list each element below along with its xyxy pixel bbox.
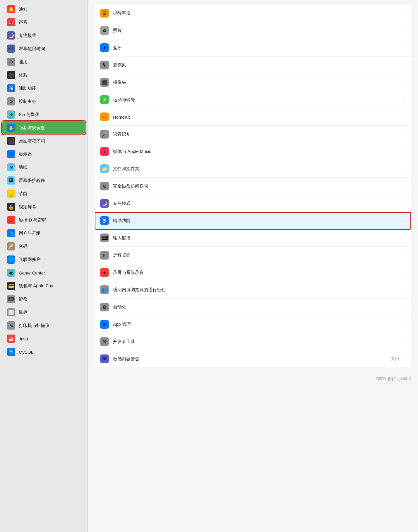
row-label-app-management: App 管理 [113, 322, 400, 327]
row-label-passkeys: 访问网页浏览器的通行密钥 [113, 287, 400, 293]
focus-mode-icon: 🌙 [100, 199, 109, 208]
settings-row-sensitive-content[interactable]: 👁敏感内容警告关闭› [95, 350, 411, 367]
automation-icon: ⚙ [100, 303, 109, 311]
chevron-icon-files: › [404, 166, 406, 171]
internet-icon: 🌐 [7, 255, 15, 264]
lock-icon: 🔒 [7, 203, 15, 211]
settings-row-reminders[interactable]: ☰提醒事项› [95, 5, 411, 22]
settings-row-photos[interactable]: ✿照片› [95, 22, 411, 39]
keyboard-icon: ⌨ [7, 295, 15, 303]
sidebar-item-wallpaper[interactable]: ❄墙纸 [2, 161, 85, 174]
sidebar-item-notifications[interactable]: 🔔通知 [2, 3, 85, 16]
sidebar-label-internet: 互联网账户 [19, 257, 41, 262]
passkeys-icon: 👥 [100, 285, 109, 294]
settings-row-speech-recognition[interactable]: 🎤语音识别› [95, 126, 411, 143]
settings-row-remote-desktop[interactable]: ⊡远程桌面› [95, 247, 411, 264]
mysql-icon: 🐬 [7, 348, 15, 356]
sidebar-item-sound[interactable]: 🔊声音 [2, 16, 85, 29]
sidebar-label-wallet: 钱包与 Apple Pay [19, 283, 53, 289]
sidebar-item-display[interactable]: ☀显示器 [2, 148, 85, 161]
chevron-icon-sensitive-content: › [404, 357, 406, 361]
settings-row-input-monitoring[interactable]: ⌨输入监控› [95, 229, 411, 247]
wallpaper-icon: ❄ [7, 163, 15, 171]
chevron-icon-automation: › [404, 305, 406, 309]
row-label-microphone: 麦克风 [113, 62, 400, 68]
settings-row-media-music[interactable]: ♪媒体与 Apple Music› [95, 143, 411, 160]
settings-row-developer-tools[interactable]: ⚒开发者工具› [95, 333, 411, 350]
row-label-automation: 自动化 [113, 304, 400, 310]
settings-row-files[interactable]: 📁文件和文件夹› [95, 160, 411, 178]
chevron-icon-fitness: › [404, 97, 406, 102]
mouse-icon: ⬜ [7, 308, 15, 316]
sidebar: 🔔通知🔊声音🌙专注模式⏱屏幕使用时间⚙通用⚫外观♿辅助功能⚙控制中心✦Siri … [0, 0, 88, 532]
sidebar-item-touch-id[interactable]: ☉触控ID 与密码 [2, 214, 85, 226]
sidebar-item-desktop[interactable]: ⬛桌面与程序坞 [2, 134, 85, 147]
sidebar-item-accessibility[interactable]: ♿辅助功能 [2, 82, 85, 95]
sidebar-item-general[interactable]: ⚙通用 [2, 55, 85, 68]
chevron-icon-remote-desktop: › [404, 253, 406, 258]
settings-row-app-management[interactable]: ⊞App 管理› [95, 316, 411, 333]
media-music-icon: ♪ [100, 147, 109, 156]
sidebar-item-appearance[interactable]: ⚫外观 [2, 69, 85, 81]
settings-row-fitness[interactable]: ⚡运动与健身› [95, 91, 411, 108]
settings-row-full-disk[interactable]: ⊙完全磁盘访问权限› [95, 178, 411, 195]
sidebar-item-siri[interactable]: ✦Siri 与聚焦 [2, 108, 85, 121]
row-label-sensitive-content: 敏感内容警告 [113, 356, 387, 362]
settings-row-automation[interactable]: ⚙自动化› [95, 299, 411, 316]
screensaver-icon: 🖼 [7, 176, 15, 185]
sidebar-item-game-center[interactable]: ◉Game Center [2, 266, 85, 279]
sidebar-item-control-center[interactable]: ⚙控制中心 [2, 95, 85, 108]
sidebar-item-users[interactable]: 👥用户与群组 [2, 227, 85, 240]
sound-icon: 🔊 [7, 18, 15, 26]
sidebar-item-passwords[interactable]: 🔑密码 [2, 240, 85, 253]
row-label-camera: 摄像头 [113, 80, 400, 85]
sidebar-item-screen-time[interactable]: ⏱屏幕使用时间 [2, 42, 85, 55]
sidebar-item-printer[interactable]: 🖨打印机与扫描仪 [2, 319, 85, 332]
chevron-icon-homekit: › [404, 115, 406, 119]
display-icon: ☀ [7, 150, 15, 158]
game-center-icon: ◉ [7, 269, 15, 277]
sidebar-item-internet[interactable]: 🌐互联网账户 [2, 253, 85, 266]
photos-icon: ✿ [100, 26, 109, 35]
row-label-input-monitoring: 输入监控 [113, 235, 400, 241]
chevron-icon-speech-recognition: › [404, 132, 406, 137]
chevron-icon-input-monitoring: › [404, 236, 406, 240]
developer-tools-icon: ⚒ [100, 337, 109, 346]
focus-icon: 🌙 [7, 31, 15, 40]
sidebar-item-screensaver[interactable]: 🖼屏幕保护程序 [2, 174, 85, 187]
settings-row-focus-mode[interactable]: 🌙专注模式› [95, 195, 411, 212]
sidebar-item-lock[interactable]: 🔒锁定屏幕 [2, 200, 85, 213]
chevron-icon-screen-recording: › [404, 270, 406, 275]
row-label-media-music: 媒体与 Apple Music [113, 149, 400, 154]
settings-row-screen-recording[interactable]: ●录屏与系统录音› [95, 264, 411, 281]
settings-row-microphone[interactable]: 🎙麦克风› [95, 57, 411, 74]
sidebar-item-privacy[interactable]: ✋隐私与安全性 [2, 121, 85, 134]
row-label-remote-desktop: 远程桌面 [113, 253, 400, 258]
chevron-icon-media-music: › [404, 149, 406, 154]
settings-row-bluetooth[interactable]: ✦蓝牙› [95, 39, 411, 57]
chevron-icon-accessibility-row: › [404, 218, 406, 223]
settings-list: ☰提醒事项›✿照片›✦蓝牙›🎙麦克风›⬛摄像头›⚡运动与健身›⌂HomeKit›… [88, 0, 418, 374]
sidebar-item-focus[interactable]: 🌙专注模式 [2, 29, 85, 42]
row-label-focus-mode: 专注模式 [113, 201, 400, 206]
row-label-photos: 照片 [113, 28, 400, 33]
reminders-icon: ☰ [100, 9, 109, 18]
fitness-icon: ⚡ [100, 95, 109, 104]
sensitive-content-icon: 👁 [100, 354, 109, 363]
screen-time-icon: ⏱ [7, 45, 15, 53]
sidebar-item-keyboard[interactable]: ⌨键盘 [2, 293, 85, 306]
sidebar-item-mysql[interactable]: 🐬MySQL [2, 345, 85, 358]
sidebar-item-java[interactable]: ☕Java [2, 332, 85, 345]
settings-row-accessibility-row[interactable]: ♿辅助功能› [95, 212, 411, 229]
camera-icon: ⬛ [100, 78, 109, 87]
row-label-speech-recognition: 语音识别 [113, 132, 400, 137]
sidebar-item-mouse[interactable]: ⬜鼠标 [2, 306, 85, 319]
settings-row-homekit[interactable]: ⌂HomeKit› [95, 108, 411, 126]
sidebar-label-users: 用户与群组 [19, 231, 41, 236]
sidebar-label-control-center: 控制中心 [19, 99, 36, 104]
settings-row-camera[interactable]: ⬛摄像头› [95, 74, 411, 91]
sidebar-label-focus: 专注模式 [19, 33, 36, 38]
sidebar-item-battery[interactable]: 💡节能 [2, 187, 85, 200]
settings-row-passkeys[interactable]: 👥访问网页浏览器的通行密钥› [95, 281, 411, 299]
sidebar-item-wallet[interactable]: 💳钱包与 Apple Pay [2, 279, 85, 292]
